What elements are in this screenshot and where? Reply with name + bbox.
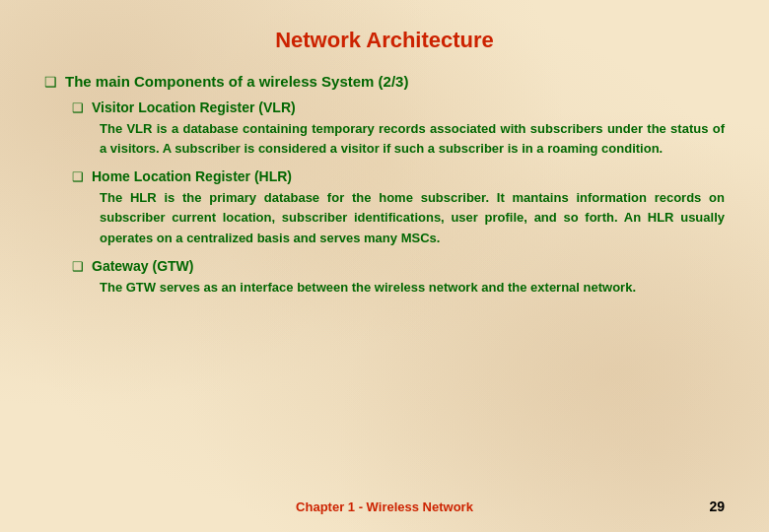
hlr-heading: Home Location Register (HLR) bbox=[92, 168, 292, 184]
footer-text: Chapter 1 - Wireless Network bbox=[296, 499, 473, 514]
vlr-bullet-icon: ❑ bbox=[72, 100, 84, 115]
gtw-heading: Gateway (GTW) bbox=[92, 258, 193, 274]
slide-title: Network Architecture bbox=[44, 28, 725, 53]
hlr-section: ❑ Home Location Register (HLR) The HLR i… bbox=[72, 168, 725, 247]
gtw-section: ❑ Gateway (GTW) The GTW serves as an int… bbox=[72, 258, 725, 298]
vlr-section: ❑ Visitor Location Register (VLR) The VL… bbox=[72, 100, 725, 159]
gtw-body: The GTW serves as an interface between t… bbox=[100, 278, 725, 298]
footer: Chapter 1 - Wireless Network bbox=[0, 499, 769, 514]
main-bullet-icon: ❑ bbox=[44, 74, 57, 90]
vlr-bullet: ❑ Visitor Location Register (VLR) bbox=[72, 100, 725, 115]
hlr-bullet-icon: ❑ bbox=[72, 169, 84, 184]
main-bullet: ❑ The main Components of a wireless Syst… bbox=[44, 73, 725, 90]
hlr-bullet: ❑ Home Location Register (HLR) bbox=[72, 168, 725, 184]
slide-container: Network Architecture ❑ The main Componen… bbox=[0, 0, 769, 532]
page-number: 29 bbox=[709, 499, 725, 514]
hlr-body: The HLR is the primary database for the … bbox=[100, 188, 725, 247]
vlr-heading: Visitor Location Register (VLR) bbox=[92, 100, 296, 115]
gtw-bullet: ❑ Gateway (GTW) bbox=[72, 258, 725, 274]
gtw-bullet-icon: ❑ bbox=[72, 259, 84, 274]
main-bullet-text: The main Components of a wireless System… bbox=[65, 73, 408, 90]
vlr-body: The VLR is a database containing tempora… bbox=[100, 119, 725, 159]
